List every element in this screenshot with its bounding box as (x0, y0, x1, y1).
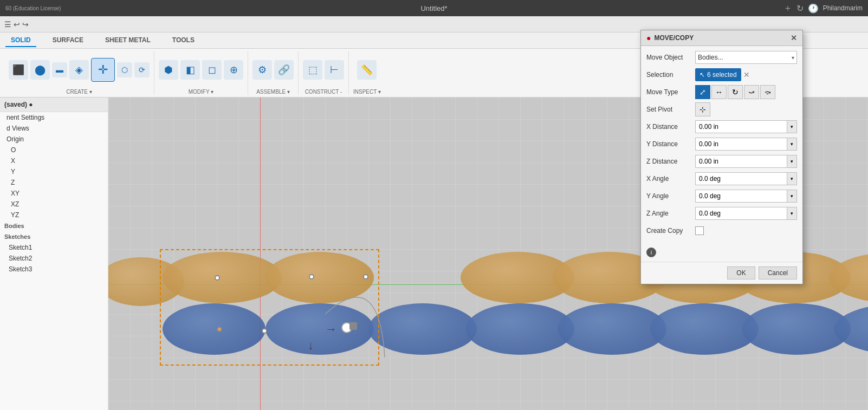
x-angle-dropdown[interactable]: ▾ (787, 173, 796, 185)
shell-icon[interactable]: ◻ (202, 60, 222, 80)
ribbon-group-assemble-label[interactable]: ASSEMBLE ▾ (256, 87, 290, 95)
license-text: 60 (Education License) (5, 5, 61, 11)
loft-icon[interactable]: ◈ (69, 60, 89, 80)
body-tan-2[interactable] (163, 252, 282, 303)
move-object-select[interactable]: Bodies... ▾ (695, 51, 797, 64)
cancel-button[interactable]: Cancel (759, 266, 797, 279)
dialog-close-button[interactable]: ✕ (791, 34, 797, 42)
z-angle-dropdown[interactable]: ▾ (787, 207, 796, 219)
menu-icon[interactable]: ☰ (4, 20, 11, 29)
panel-item-x[interactable]: X (0, 155, 108, 166)
ok-button[interactable]: OK (727, 266, 755, 279)
panel-item-sketch3[interactable]: Sketch3 (0, 264, 108, 275)
box-icon[interactable]: ⬛ (9, 60, 28, 80)
left-panel: (saved) ● nent Settings d Views Origin O… (0, 97, 108, 410)
sphere-icon[interactable]: ⬤ (30, 60, 50, 80)
add-tab-icon[interactable]: ＋ (783, 3, 792, 14)
panel-item-o[interactable]: O (0, 145, 108, 155)
refresh-icon[interactable]: ↻ (796, 3, 804, 14)
history-icon[interactable]: 🕐 (808, 3, 819, 14)
assemble-icon[interactable]: ⚙ (252, 60, 272, 80)
panel-header-text: (saved) ● (4, 101, 33, 108)
move-type-translate[interactable]: ↔ (711, 85, 727, 99)
tab-solid[interactable]: SOLID (5, 34, 36, 47)
move-type-point-to-point[interactable]: ⤻ (744, 85, 759, 99)
ribbon-icons-create: ⬛ ⬤ ▬ ◈ ✛ ⬡ ⟳ (9, 51, 150, 87)
z-angle-input[interactable] (696, 209, 787, 218)
panel-item-y[interactable]: Y (0, 166, 108, 177)
x-distance-input-group: ▾ (695, 120, 797, 133)
body-blue-1[interactable] (163, 303, 265, 355)
ribbon-group-create-label[interactable]: CREATE ▾ (66, 87, 92, 95)
panel-section-bodies[interactable]: Bodies (0, 220, 108, 231)
tab-sheet-metal[interactable]: SHEET METAL (100, 34, 156, 47)
ribbon-group-construct-label[interactable]: CONSTRUCT - (305, 87, 342, 95)
z-angle-input-group: ▾ (695, 207, 797, 220)
move-type-point-to-position[interactable]: ⤼ (760, 85, 775, 99)
handle-dot-5[interactable] (262, 328, 267, 334)
move-type-rotate[interactable]: ↻ (728, 85, 743, 99)
app-title: Untitled* (420, 4, 447, 12)
y-distance-dropdown[interactable]: ▾ (787, 138, 796, 150)
ribbon-group-assemble: ⚙ 🔗 ASSEMBLE ▾ (248, 51, 299, 95)
redo-icon[interactable]: ↪ (22, 20, 29, 29)
panel-item-yz[interactable]: YZ (0, 210, 108, 220)
dialog-row-selection: Selection ↖ 6 selected ✕ (646, 68, 797, 82)
y-angle-input[interactable] (696, 191, 787, 201)
panel-section-sketches[interactable]: Sketches (0, 231, 108, 242)
dialog-row-y-angle: Y Angle ▾ (646, 189, 797, 203)
z-distance-dropdown[interactable]: ▾ (787, 155, 796, 167)
combine-icon[interactable]: ⊕ (224, 60, 243, 80)
panel-item-origin[interactable]: Origin (0, 134, 108, 145)
panel-item-z[interactable]: Z (0, 177, 108, 188)
ribbon-group-modify-label[interactable]: MODIFY ▾ (189, 87, 213, 95)
move-type-free-move[interactable]: ⤢ (695, 85, 710, 99)
panel-item-xz[interactable]: XZ (0, 199, 108, 210)
dialog-row-z-distance: Z Distance ▾ (646, 154, 797, 168)
chamfer-icon[interactable]: ◧ (180, 60, 200, 80)
panel-item-views[interactable]: d Views (0, 123, 108, 134)
dialog-row-x-distance: X Distance ▾ (646, 120, 797, 134)
cylinder-icon[interactable]: ▬ (52, 62, 67, 77)
dialog-row-set-pivot: Set Pivot ⊹ (646, 102, 797, 116)
move-icon[interactable]: ✛ (91, 58, 115, 82)
cursor-icon: ↖ (699, 71, 705, 79)
revolve-icon[interactable]: ⟳ (134, 62, 150, 77)
handle-dot-4[interactable] (217, 327, 222, 332)
x-distance-dropdown[interactable]: ▾ (787, 121, 796, 133)
tab-tools[interactable]: TOOLS (167, 34, 200, 47)
undo-icon[interactable]: ↩ (14, 20, 20, 29)
dialog-row-move-object: Move Object Bodies... ▾ (646, 50, 797, 64)
ribbon-icons-inspect: 📏 (357, 51, 377, 87)
joint-icon[interactable]: 🔗 (274, 60, 294, 80)
move-object-label: Move Object (646, 54, 695, 61)
tab-surface[interactable]: SURFACE (47, 34, 89, 47)
z-distance-label: Z Distance (646, 158, 695, 165)
axis-icon[interactable]: ⊢ (325, 60, 344, 80)
x-angle-input[interactable] (696, 174, 787, 184)
selection-button[interactable]: ↖ 6 selected (695, 68, 741, 81)
y-angle-dropdown[interactable]: ▾ (787, 190, 796, 202)
set-pivot-label: Set Pivot (646, 106, 695, 113)
y-distance-input[interactable] (696, 139, 787, 149)
canvas-arc (298, 260, 406, 368)
ribbon-group-create: ⬛ ⬤ ▬ ◈ ✛ ⬡ ⟳ CREATE ▾ (4, 51, 154, 95)
panel-item-sketch2[interactable]: Sketch2 (0, 253, 108, 264)
panel-item-settings[interactable]: nent Settings (0, 112, 108, 123)
extrude-icon[interactable]: ⬡ (117, 62, 132, 77)
selection-clear-icon[interactable]: ✕ (743, 70, 750, 79)
ribbon-group-inspect-label[interactable]: INSPECT ▾ (353, 87, 381, 95)
z-distance-input[interactable] (696, 157, 787, 166)
dialog-row-create-copy: Create Copy (646, 224, 797, 238)
info-icon[interactable]: i (646, 248, 656, 257)
panel-item-sketch1[interactable]: Sketch1 (0, 242, 108, 253)
x-distance-input[interactable] (696, 122, 787, 132)
plane-icon[interactable]: ⬚ (303, 60, 322, 80)
set-pivot-button[interactable]: ⊹ (695, 102, 710, 116)
z-angle-label: Z Angle (646, 210, 695, 217)
handle-dot-1[interactable] (215, 275, 220, 281)
fillet-icon[interactable]: ⬢ (159, 60, 178, 80)
panel-item-xy[interactable]: XY (0, 188, 108, 199)
measure-icon[interactable]: 📏 (357, 60, 377, 80)
create-copy-checkbox[interactable] (695, 226, 704, 235)
